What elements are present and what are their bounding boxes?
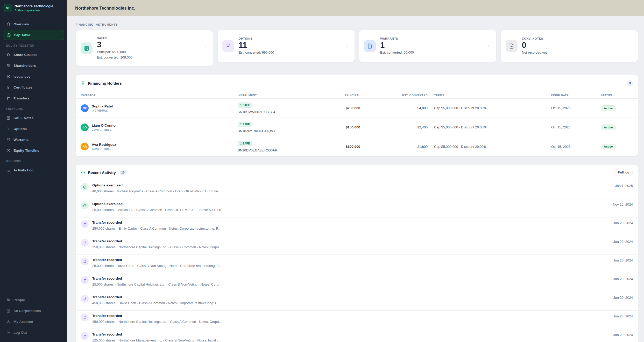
sidebar-item-safe-notes[interactable]: SAFE Notes: [3, 113, 64, 123]
col-principal: PRINCIPAL: [327, 94, 360, 97]
sidebar-item-label: Equity Timeline: [13, 149, 39, 152]
status-badge: Active: [601, 105, 616, 111]
warrants-card[interactable]: WARRANTS 1 Est. converted: 50,000: [359, 30, 497, 62]
sidebar-nav: Overview Cap Table EQUITY REGISTER Share…: [0, 16, 67, 295]
org-name: Northshore Technologie...: [15, 4, 56, 8]
sidebar-item-all-corporations[interactable]: All Corporations: [3, 306, 64, 316]
building-icon: [6, 309, 11, 313]
card-label: CONV. NOTES: [522, 37, 547, 40]
plus-circle-icon: [6, 74, 11, 79]
notes-list-icon: [6, 116, 11, 120]
transfer-arrows-icon: [83, 278, 87, 282]
activity-type-icon: [81, 239, 89, 247]
activity-item-description: 450,000 shares · Northshore Capital Hold…: [92, 320, 610, 324]
issue-date-value: Oct 15, 2023: [551, 145, 601, 149]
sidebar-item-people[interactable]: People: [3, 295, 64, 305]
options-card[interactable]: OPTIONS 11 Est. converted: 690,000: [217, 30, 355, 62]
holder-row[interactable]: AR Ava Rodriguez CONVERTIBLE 1 SAFE SN10…: [76, 137, 638, 156]
holders-count-badge: 3: [627, 80, 633, 86]
sidebar-item-overview[interactable]: Overview: [3, 19, 64, 29]
activity-item-date: Jun 20, 2024: [613, 276, 633, 292]
sidebar-item-my-account[interactable]: My Account: [3, 317, 64, 326]
activity-item[interactable]: Options exercised 40,000 shares · Michae…: [76, 180, 638, 199]
holder-row[interactable]: SP Sophia Patel INDIVIDUAL 1 SAFE SN10SM…: [76, 99, 638, 118]
sidebar-item-label: SAFE Notes: [13, 116, 33, 120]
pie-chart-icon: [6, 33, 11, 37]
issue-date-value: Oct 15, 2023: [551, 106, 601, 110]
sidebar-item-warrants[interactable]: Warrants: [3, 135, 64, 144]
check-circle-icon: [83, 185, 87, 189]
main-area: Northshore Technologies Inc. FINANCING I…: [67, 0, 644, 342]
col-instrument: INSTRUMENT: [238, 94, 327, 97]
activity-item-date: Jun 20, 2024: [613, 332, 633, 342]
sidebar-section-financing: FINANCING: [6, 107, 61, 110]
sidebar-item-label: My Account: [13, 320, 33, 324]
card-label: OPTIONS: [239, 37, 274, 40]
org-switcher[interactable]: NT Northshore Technologie... Active corp…: [0, 0, 67, 16]
activity-item-title: Transfer recorded: [92, 314, 610, 318]
activity-item-title: Transfer recorded: [92, 276, 610, 280]
activity-item[interactable]: Transfer recorded 125,000 shares · North…: [76, 329, 638, 342]
chevron-down-icon[interactable]: [138, 7, 140, 10]
card-label: SAFES: [97, 37, 132, 40]
activity-item-title: Options exercised: [92, 183, 612, 187]
activity-item[interactable]: Transfer recorded 450,000 shares · David…: [76, 292, 638, 310]
activity-item[interactable]: Transfer recorded 25,000 shares · David …: [76, 254, 638, 273]
sidebar-item-activity-log[interactable]: Activity Log: [3, 165, 64, 175]
sidebar-item-options[interactable]: Options: [3, 124, 64, 134]
activity-item[interactable]: Options exercised 25,000 shares · Jessic…: [76, 199, 638, 217]
sidebar-item-cap-table[interactable]: Cap Table: [3, 30, 64, 40]
activity-item-title: Transfer recorded: [92, 239, 610, 243]
investor-name: Sophia Patel: [92, 104, 113, 108]
transfer-arrows-icon: [83, 316, 87, 319]
corporation-title[interactable]: Northshore Technologies Inc.: [75, 6, 135, 11]
award-icon: [6, 85, 11, 90]
activity-item[interactable]: Transfer recorded 450,000 shares · North…: [76, 310, 638, 329]
investor-type: CONVERTIBLE: [92, 148, 116, 150]
activity-item[interactable]: Transfer recorded 250,000 shares · Emily…: [76, 217, 638, 236]
principal-value: $250,000: [327, 106, 360, 110]
list-lines-icon: [6, 168, 11, 172]
activity-item-date: Jun 20, 2024: [613, 295, 633, 310]
activity-type-icon: [81, 202, 89, 209]
holder-row[interactable]: LO Liam O'Connor CONVERTIBLE 1 SAFE SN10…: [76, 118, 638, 137]
banknote-icon: [81, 81, 85, 85]
activity-item[interactable]: Transfer recorded 25,000 shares · Norths…: [76, 273, 638, 292]
card-count: 0: [522, 41, 547, 50]
instrument-badge: 1 SAFE: [238, 122, 252, 127]
safe-notes-icon: [81, 42, 93, 54]
sidebar-item-transfers[interactable]: Transfers: [3, 93, 64, 103]
sidebar-item-share-classes[interactable]: Share Classes: [3, 50, 64, 60]
activity-item-date: Nov 15, 2024: [613, 202, 633, 217]
instrument-cards: SAFES 3 Principal: $500,000 Est. convert…: [76, 30, 638, 67]
sidebar-item-label: Activity Log: [13, 168, 33, 172]
activity-title: Recent Activity: [88, 170, 116, 175]
instrument-badge: 1 SAFE: [238, 141, 252, 146]
safes-card[interactable]: SAFES 3 Principal: $500,000 Est. convert…: [76, 30, 213, 67]
full-log-button[interactable]: Full log: [614, 169, 633, 176]
activity-item-description: 40,000 shares · Michael Reynolds · Class…: [92, 189, 612, 193]
sidebar-item-log-out[interactable]: Log Out: [3, 328, 64, 337]
transfer-arrows-icon: [6, 96, 11, 100]
sidebar-item-shareholders[interactable]: Shareholders: [3, 61, 64, 70]
instrument-serial: SN10SMWI667L9OYBJ4: [238, 110, 327, 114]
activity-type-icon: [81, 295, 89, 303]
transfer-arrows-icon: [83, 241, 87, 245]
activity-item-title: Transfer recorded: [92, 295, 610, 299]
sidebar-item-issuances[interactable]: Issuances: [3, 71, 64, 81]
sidebar-item-equity-timeline[interactable]: Equity Timeline: [3, 145, 64, 155]
sidebar-item-label: Share Classes: [13, 53, 37, 57]
avatar: LO: [81, 123, 89, 131]
sidebar-item-certificates[interactable]: Certificates: [3, 82, 64, 92]
org-status: Active corporation: [15, 9, 56, 12]
instrument-serial: SN10Z62T0PJKH4TQVX: [238, 129, 327, 133]
transfer-arrows-icon: [83, 260, 87, 264]
layers-icon: [6, 53, 11, 57]
activity-list: Options exercised 40,000 shares · Michae…: [76, 180, 638, 342]
card-detail: Est. converted: 50,000: [380, 50, 414, 55]
status-badge: Active: [601, 144, 616, 149]
status-badge: Active: [601, 125, 616, 130]
conv-notes-card[interactable]: CONV. NOTES 0 Not recorded yet: [501, 30, 638, 62]
activity-item[interactable]: Transfer recorded 250,000 shares · North…: [76, 236, 638, 254]
activity-item-date: Jun 20, 2024: [613, 314, 633, 329]
